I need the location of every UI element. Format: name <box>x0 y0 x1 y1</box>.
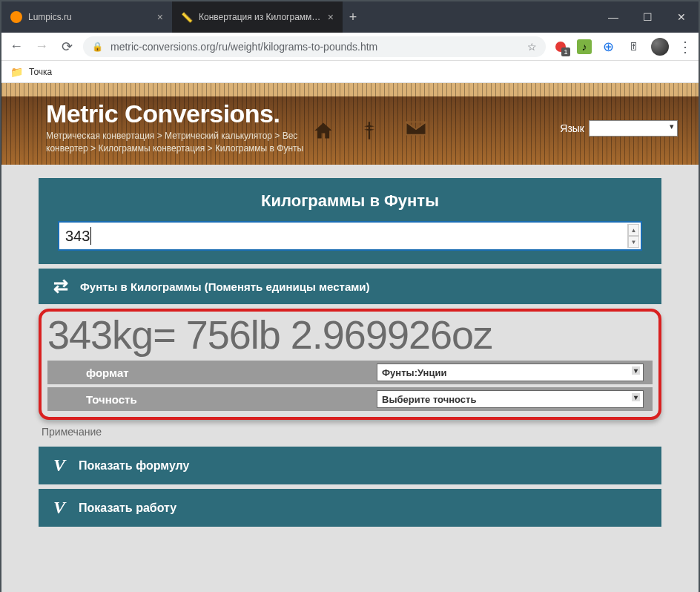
site-header: Metric Conversions. Метрическая конверта… <box>1 83 699 165</box>
star-icon[interactable]: ☆ <box>527 41 537 53</box>
close-tab-icon[interactable]: × <box>328 11 334 23</box>
breadcrumb[interactable]: Метрическая конвертация > Метрический ка… <box>46 130 306 155</box>
swap-label: Фунты в Килограммы (Поменять единицы мес… <box>80 280 370 293</box>
format-row: формат Фунты:Унции <box>47 361 653 384</box>
url-text: metric-conversions.org/ru/weight/kilogra… <box>110 41 377 53</box>
ext-badge: 1 <box>561 47 570 56</box>
language-dropdown[interactable] <box>589 120 678 137</box>
home-icon[interactable] <box>313 120 334 145</box>
mail-icon[interactable] <box>405 120 427 145</box>
note-link[interactable]: Примечание <box>42 426 661 438</box>
swap-units-bar[interactable]: ⇄ Фунты в Килограммы (Поменять единицы м… <box>39 269 661 304</box>
spinner-down[interactable]: ▼ <box>628 236 639 248</box>
number-spinner: ▲ ▼ <box>627 224 639 248</box>
input-value: 343 <box>65 228 90 245</box>
format-select[interactable]: Фунты:Унции <box>377 364 644 381</box>
extension-green[interactable]: ♪ <box>577 39 592 54</box>
close-tab-icon[interactable]: × <box>157 11 163 23</box>
chevron-down-icon: V <box>53 455 65 476</box>
chevron-down-icon: V <box>53 498 65 518</box>
accuracy-select[interactable]: Выберите точность <box>377 390 644 408</box>
bookmark-item[interactable]: Точка <box>29 67 52 77</box>
extension-globe[interactable]: ⊕ <box>601 39 615 54</box>
value-input[interactable]: 343 ▲ ▼ <box>58 221 642 251</box>
back-button[interactable]: ← <box>7 39 25 54</box>
converter-title: Килограммы в Фунты <box>58 191 642 211</box>
accuracy-row: Точность Выберите точность <box>47 387 653 411</box>
favicon-lumpics <box>10 11 22 23</box>
lock-icon: 🔒 <box>92 42 103 52</box>
media-icon[interactable]: 🎚 <box>624 40 642 53</box>
tab-title: Lumpics.ru <box>28 12 151 22</box>
window-controls: ― ☐ ✕ <box>596 1 699 33</box>
text-caret <box>90 227 91 245</box>
folder-icon: 📁 <box>10 66 23 78</box>
result-highlight-box: 343kg= 756lb 2.969926oz формат Фунты:Унц… <box>39 309 661 420</box>
forward-button[interactable]: → <box>33 39 50 54</box>
reload-button[interactable]: ⟳ <box>58 39 76 55</box>
tab-lumpics[interactable]: Lumpics.ru × <box>1 1 172 33</box>
address-bar[interactable]: 🔒 metric-conversions.org/ru/weight/kilog… <box>83 36 546 57</box>
site-nav-icons <box>313 120 427 145</box>
signpost-icon[interactable] <box>359 120 380 145</box>
language-label: Язык <box>560 122 584 134</box>
extension-icons: 1 ♪ ⊕ 🎚 ⋮ <box>553 38 693 56</box>
swap-icon: ⇄ <box>53 276 68 297</box>
browser-titlebar: Lumpics.ru × 📏 Конвертация из Килограммы… <box>1 1 699 33</box>
show-formula-label: Показать формулу <box>79 459 189 473</box>
show-work-bar[interactable]: V Показать работу <box>39 489 661 527</box>
favicon-ruler: 📏 <box>181 11 193 23</box>
format-label: формат <box>56 366 368 379</box>
converter-panel: Килограммы в Фунты 343 ▲ ▼ <box>39 178 661 264</box>
result-text: 343kg= 756lb 2.969926oz <box>42 312 658 358</box>
page-content: Metric Conversions. Метрическая конверта… <box>1 83 699 592</box>
extension-adblock[interactable]: 1 <box>553 39 568 54</box>
new-tab-button[interactable]: + <box>343 1 363 33</box>
profile-avatar[interactable] <box>651 38 669 56</box>
tab-metric-conversions[interactable]: 📏 Конвертация из Килограммы в × <box>172 1 343 33</box>
language-selector: Язык <box>560 120 678 137</box>
browser-menu-button[interactable]: ⋮ <box>678 38 693 56</box>
show-formula-bar[interactable]: V Показать формулу <box>39 447 661 484</box>
accuracy-label: Точность <box>56 393 368 406</box>
tab-title: Конвертация из Килограммы в <box>199 12 322 22</box>
minimize-button[interactable]: ― <box>596 1 630 33</box>
close-window-button[interactable]: ✕ <box>664 1 699 33</box>
show-work-label: Показать работу <box>79 501 176 515</box>
bookmarks-bar: 📁 Точка <box>1 61 699 83</box>
browser-toolbar: ← → ⟳ 🔒 metric-conversions.org/ru/weight… <box>1 33 699 61</box>
spinner-up[interactable]: ▲ <box>628 224 639 236</box>
maximize-button[interactable]: ☐ <box>630 1 664 33</box>
